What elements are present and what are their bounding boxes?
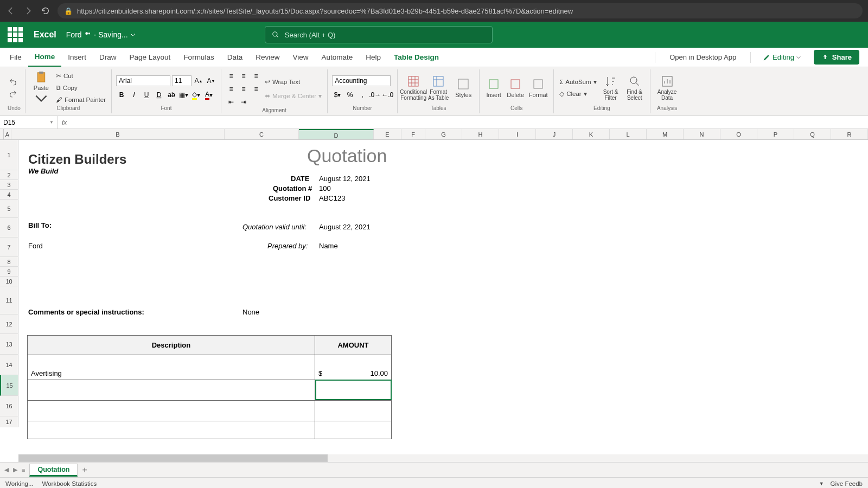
tab-data[interactable]: Data: [221, 48, 250, 67]
all-sheets[interactable]: ≡: [22, 467, 25, 473]
insert-cells-button[interactable]: Insert: [484, 71, 503, 105]
double-underline-button[interactable]: D: [154, 89, 164, 100]
hscrollbar[interactable]: [18, 454, 868, 462]
tab-home[interactable]: Home: [28, 48, 62, 67]
col-header-N[interactable]: N: [684, 129, 720, 139]
wrap-text-button[interactable]: ↩Wrap Text: [264, 76, 323, 87]
col-header-G[interactable]: G: [425, 129, 462, 139]
clear-button[interactable]: ◇Clear▾: [558, 88, 597, 99]
row-header-1[interactable]: 1: [0, 140, 18, 170]
border-button[interactable]: ▦▾: [178, 89, 189, 100]
col-header-C[interactable]: C: [225, 129, 299, 139]
underline-button[interactable]: U: [141, 89, 152, 100]
number-format-select[interactable]: [332, 75, 391, 86]
fill-color-button[interactable]: ◇▾: [191, 89, 202, 100]
tab-formulas[interactable]: Formulas: [177, 48, 220, 67]
col-header-F[interactable]: F: [401, 129, 425, 139]
percent-button[interactable]: %: [344, 89, 355, 100]
tab-help[interactable]: Help: [359, 48, 387, 67]
sheet-tab-quotation[interactable]: Quotation: [29, 464, 78, 477]
row-header-10[interactable]: 10: [0, 277, 18, 286]
status-workbook-stats[interactable]: Workbook Statistics: [42, 480, 97, 487]
back-button[interactable]: [5, 5, 16, 16]
undo-button[interactable]: [8, 76, 18, 87]
row-header-5[interactable]: 5: [0, 200, 18, 218]
tab-draw[interactable]: Draw: [93, 48, 123, 67]
add-sheet-button[interactable]: +: [82, 465, 87, 475]
font-color-button[interactable]: A▾: [203, 89, 214, 100]
col-header-L[interactable]: L: [610, 129, 647, 139]
align-right-button[interactable]: ≡: [251, 84, 261, 94]
bold-button[interactable]: B: [116, 89, 127, 100]
forward-button[interactable]: [23, 5, 34, 16]
align-top-button[interactable]: ≡: [226, 70, 237, 81]
strikethrough-button[interactable]: ab: [166, 89, 177, 100]
url-bar[interactable]: 🔒 https://citizenbuilders.sharepoint.com…: [58, 3, 863, 18]
shrink-font-button[interactable]: A▼: [206, 75, 216, 86]
col-header-J[interactable]: J: [536, 129, 573, 139]
format-painter-button[interactable]: 🖌Format Painter: [55, 94, 107, 105]
row-header-7[interactable]: 7: [0, 237, 18, 257]
row-header-4[interactable]: 4: [0, 190, 18, 200]
col-header-A[interactable]: A: [4, 129, 11, 139]
align-left-button[interactable]: ≡: [226, 84, 237, 94]
col-header-M[interactable]: M: [647, 129, 684, 139]
inc-decimal-button[interactable]: .0→: [369, 89, 380, 100]
paste-button[interactable]: Paste: [30, 71, 53, 105]
col-header-O[interactable]: O: [720, 129, 757, 139]
col-header-H[interactable]: H: [462, 129, 499, 139]
align-middle-button[interactable]: ≡: [238, 70, 249, 81]
comma-button[interactable]: ,: [357, 89, 368, 100]
row-header-6[interactable]: 6: [0, 218, 18, 237]
col-header-E[interactable]: E: [374, 129, 401, 139]
cond-format-button[interactable]: Conditional Formatting: [402, 71, 425, 105]
row-header-14[interactable]: 14: [0, 355, 18, 375]
analyze-data-button[interactable]: Analyze Data: [655, 71, 680, 105]
dec-indent-button[interactable]: ⇤: [226, 97, 237, 107]
col-header-I[interactable]: I: [499, 129, 536, 139]
tab-automate[interactable]: Automate: [315, 48, 359, 67]
give-feedback[interactable]: Give Feedb: [831, 480, 863, 487]
sort-filter-button[interactable]: Sort & Filter: [600, 71, 622, 105]
cut-button[interactable]: ✂Cut: [55, 70, 107, 81]
grid-body[interactable]: 1234567891011121314151617 Citizen Builde…: [0, 140, 868, 462]
row-header-13[interactable]: 13: [0, 334, 18, 355]
reload-button[interactable]: [40, 5, 51, 16]
editing-mode[interactable]: Editing: [757, 53, 806, 61]
row-header-11[interactable]: 11: [0, 286, 18, 314]
row-header-3[interactable]: 3: [0, 180, 18, 190]
dec-decimal-button[interactable]: ←.0: [382, 89, 393, 100]
col-header-K[interactable]: K: [573, 129, 610, 139]
status-dropdown[interactable]: ▼: [819, 481, 824, 486]
tab-review[interactable]: Review: [249, 48, 286, 67]
styles-button[interactable]: Styles: [452, 71, 475, 105]
col-header-R[interactable]: R: [831, 129, 868, 139]
currency-button[interactable]: $▾: [332, 89, 343, 100]
find-select-button[interactable]: Find & Select: [624, 71, 646, 105]
copy-button[interactable]: ⧉Copy: [55, 82, 107, 93]
col-header-Q[interactable]: Q: [794, 129, 831, 139]
italic-button[interactable]: I: [129, 89, 139, 100]
col-header-P[interactable]: P: [757, 129, 794, 139]
tab-insert[interactable]: Insert: [61, 48, 93, 67]
open-in-desktop[interactable]: Open in Desktop App: [662, 53, 744, 61]
row-header-17[interactable]: 17: [0, 416, 18, 427]
align-bottom-button[interactable]: ≡: [251, 70, 261, 81]
inc-indent-button[interactable]: ⇥: [238, 97, 249, 107]
doc-name[interactable]: Ford - Saving...: [66, 30, 136, 39]
delete-cells-button[interactable]: Delete: [506, 71, 525, 105]
formula-input[interactable]: [71, 116, 868, 129]
format-cells-button[interactable]: Format: [527, 71, 549, 105]
tab-view[interactable]: View: [286, 48, 315, 67]
row-header-2[interactable]: 2: [0, 170, 18, 180]
grow-font-button[interactable]: A▲: [193, 75, 204, 86]
select-all-corner[interactable]: [0, 129, 4, 139]
row-header-8[interactable]: 8: [0, 257, 18, 267]
app-launcher[interactable]: [8, 27, 23, 42]
autosum-button[interactable]: ΣAutoSum▾: [558, 76, 597, 87]
search-box[interactable]: Search (Alt + Q): [265, 26, 493, 43]
align-center-button[interactable]: ≡: [238, 84, 249, 94]
merge-center-button[interactable]: ⬌Merge & Center▾: [264, 91, 323, 101]
tab-table-design[interactable]: Table Design: [387, 48, 445, 67]
col-header-B[interactable]: B: [11, 129, 225, 139]
